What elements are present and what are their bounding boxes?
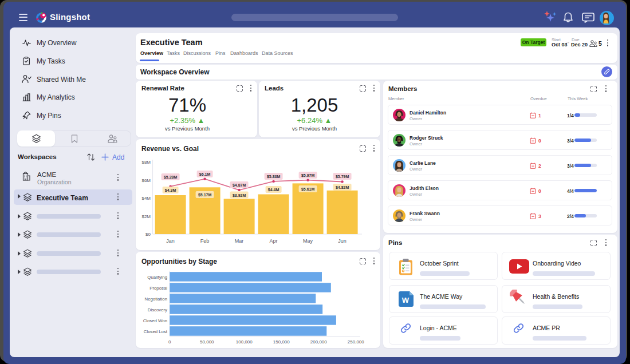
svg-text:$5.17M: $5.17M: [198, 193, 212, 197]
svg-text:0: 0: [168, 339, 171, 345]
svg-text:$8M: $8M: [141, 160, 151, 165]
svg-text:Proposal: Proposal: [149, 286, 167, 291]
svg-text:$5.83M: $5.83M: [267, 175, 281, 179]
svg-text:Negotiation: Negotiation: [145, 296, 167, 302]
svg-text:Closed Won: Closed Won: [143, 318, 167, 323]
svg-text:Qualifying: Qualifying: [147, 275, 167, 280]
svg-text:$3.92M: $3.92M: [233, 193, 246, 198]
svg-text:Discovery: Discovery: [148, 307, 167, 312]
svg-text:$2M: $2M: [141, 214, 151, 219]
svg-text:$4.3M: $4.3M: [165, 188, 176, 193]
svg-text:250,000: 250,000: [348, 339, 364, 345]
svg-text:Closed Lost: Closed Lost: [144, 329, 168, 334]
svg-text:$0: $0: [145, 232, 151, 237]
svg-text:$5.79M: $5.79M: [336, 175, 349, 179]
svg-text:Mar: Mar: [235, 238, 244, 244]
svg-text:$5.61M: $5.61M: [301, 187, 315, 192]
svg-text:150,000: 150,000: [273, 339, 290, 345]
svg-text:50,000: 50,000: [200, 339, 214, 345]
svg-text:Jun: Jun: [338, 238, 346, 244]
svg-text:100,000: 100,000: [236, 339, 253, 345]
svg-text:Jan: Jan: [166, 238, 175, 244]
svg-text:$4.87M: $4.87M: [233, 183, 246, 188]
svg-text:May: May: [303, 238, 313, 244]
svg-text:$4.82M: $4.82M: [336, 185, 349, 190]
svg-text:200,000: 200,000: [310, 339, 327, 345]
svg-text:Apr: Apr: [270, 238, 278, 244]
svg-text:$5.28M: $5.28M: [164, 175, 178, 180]
svg-text:$6M: $6M: [141, 178, 151, 183]
svg-text:$4.4M: $4.4M: [268, 188, 279, 192]
svg-text:$6.1M: $6.1M: [199, 172, 211, 177]
svg-text:Feb: Feb: [200, 238, 210, 244]
svg-text:$5.97M: $5.97M: [301, 173, 315, 178]
svg-text:W: W: [402, 296, 410, 304]
svg-text:$4M: $4M: [141, 196, 151, 201]
